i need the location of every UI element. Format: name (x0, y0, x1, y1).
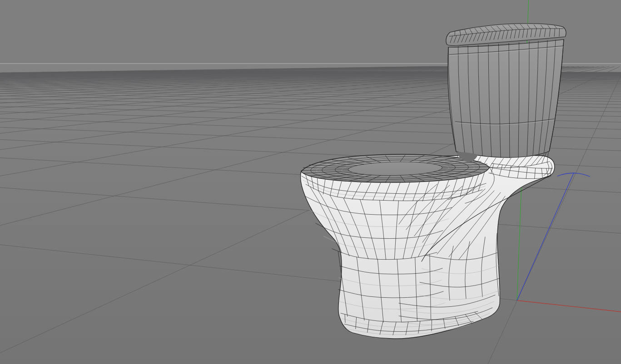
scene-svg (0, 0, 621, 364)
wire-line (559, 29, 560, 36)
toilet-tank (448, 39, 564, 157)
viewport-3d[interactable] (0, 0, 621, 364)
wire-line (432, 320, 432, 331)
